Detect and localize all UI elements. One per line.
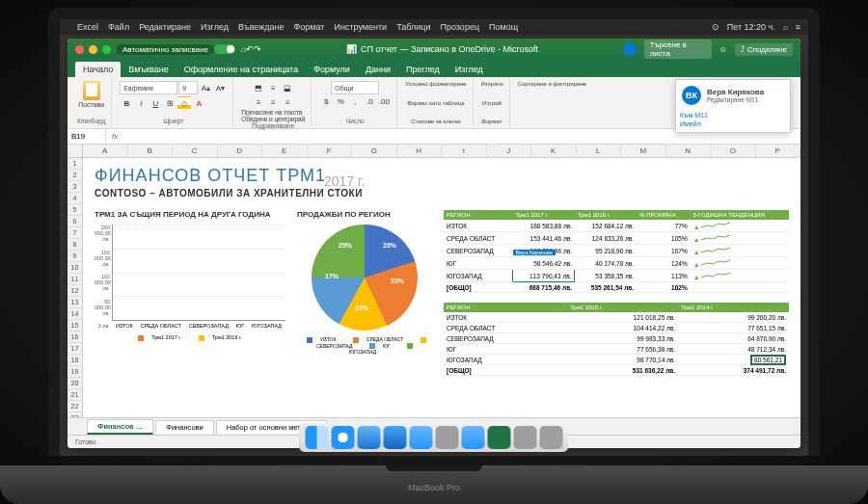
paste-button[interactable]: Постави xyxy=(78,81,104,108)
tab-review[interactable]: Преглед xyxy=(398,62,448,77)
col-l[interactable]: L xyxy=(577,145,622,157)
align-left[interactable]: ≡ xyxy=(252,95,265,109)
dock-app-icon[interactable] xyxy=(436,426,459,449)
row-header[interactable]: 14 xyxy=(68,308,82,320)
col-c[interactable]: C xyxy=(173,145,218,157)
font-name-select[interactable]: Евфемия xyxy=(120,81,177,94)
sheet-tab-1[interactable]: Финансов … xyxy=(87,419,153,435)
align-center[interactable]: ≡ xyxy=(266,95,280,109)
avatar-mini[interactable] xyxy=(623,42,637,56)
bold-button[interactable]: B xyxy=(120,96,133,110)
menu-edit[interactable]: Редактиране xyxy=(139,22,191,32)
row-header[interactable]: 15 xyxy=(68,320,82,332)
comma-button[interactable]: , xyxy=(348,94,362,108)
tab-view[interactable]: Изглед xyxy=(448,62,491,77)
tab-home[interactable]: Начало xyxy=(75,62,121,77)
row-header[interactable]: 17 xyxy=(68,343,82,355)
region-table-1[interactable]: РЕГИОНТрм1 2017 г.Трм1 2016 г.% ПРОМЯНА5… xyxy=(444,210,789,293)
row-header[interactable]: 5 xyxy=(68,204,82,216)
dock-app-icon[interactable] xyxy=(514,426,537,449)
row-header[interactable]: 10 xyxy=(68,262,82,274)
menu-tools[interactable]: Инструменти xyxy=(334,22,387,32)
sheet-content[interactable]: ФИНАНСОВ ОТЧЕТ ТРМ1 2017 г. CONTOSO – АВ… xyxy=(83,158,800,417)
col-g[interactable]: G xyxy=(352,145,397,157)
increase-decimal[interactable]: .0 xyxy=(363,94,376,108)
maximize-button[interactable] xyxy=(102,45,111,54)
close-button[interactable] xyxy=(75,45,84,54)
sort-filter-button[interactable]: Сортиране и филтриране xyxy=(518,81,587,87)
share-button[interactable]: ⤴Споделяне xyxy=(735,43,793,56)
name-box[interactable]: B19 xyxy=(68,129,106,144)
row-header[interactable]: 12 xyxy=(68,285,82,297)
align-top[interactable]: ⬒ xyxy=(252,81,265,94)
goto-cell-link[interactable]: Към М11 xyxy=(680,111,786,119)
undo-icon[interactable]: ↶ xyxy=(246,44,254,54)
col-i[interactable]: I xyxy=(442,145,487,157)
row-header[interactable]: 18 xyxy=(68,355,82,366)
table-row[interactable]: ИЗТОК121 018,25 лв.99 200,20 лв. xyxy=(444,312,789,323)
delete-cells-button[interactable]: Изтрий xyxy=(482,100,502,106)
align-middle[interactable]: ≡ xyxy=(266,81,280,94)
table-row[interactable]: ЮГОЗАПАД113 790,43 лв.53 358,35 лв.113%▲ xyxy=(444,270,789,282)
sheet-tab-2[interactable]: Финансови xyxy=(155,420,214,434)
minimize-button[interactable] xyxy=(89,45,97,54)
table-row[interactable]: ИЗТОК180 583,88 лв.152 684,12 лв.77%▲ xyxy=(444,220,789,232)
table-row[interactable]: ЮГВера Кирякова58 546,42 лв.40 174,78 лв… xyxy=(444,257,789,270)
mac-menubar[interactable]: Excel Файл Редактиране Изглед Въвеждане … xyxy=(60,19,808,35)
menu-insert[interactable]: Въвеждане xyxy=(238,22,284,32)
wifi-icon[interactable]: ⊙ xyxy=(712,22,719,32)
number-format-select[interactable]: Общи xyxy=(331,81,379,94)
sheet-area[interactable]: 1234567891011121314151617181920212223242… xyxy=(68,158,800,417)
merge-button[interactable]: Обедини и центрирай xyxy=(241,116,305,122)
border-button[interactable]: ⊞ xyxy=(163,96,176,110)
table-row[interactable]: СРЕДА ОБЛАСТ104 414,22 лв.77 651,15 лв. xyxy=(444,323,789,333)
table-row[interactable]: СЕВЕРОЗАПАД99 983,33 лв.64 876,90 лв. xyxy=(444,333,789,344)
tab-page-layout[interactable]: Оформление на страницата xyxy=(176,62,306,77)
tab-insert[interactable]: Вмъкване xyxy=(121,62,176,77)
row-header[interactable]: 21 xyxy=(68,389,82,401)
menu-help[interactable]: Помощ xyxy=(489,22,518,32)
fill-color-button[interactable]: ◇ xyxy=(177,96,191,110)
table-row[interactable]: СЕВЕРОЗАПАД112 352,96 лв.95 218,90 лв.10… xyxy=(444,245,789,257)
decrease-decimal[interactable]: .00 xyxy=(377,94,391,108)
row-header[interactable]: 22 xyxy=(68,401,82,412)
col-p[interactable]: P xyxy=(756,145,801,157)
menu-icon[interactable]: ≡ xyxy=(796,22,800,32)
email-link[interactable]: Имейл xyxy=(680,119,786,128)
row-header[interactable]: 16 xyxy=(68,332,82,343)
menu-tables[interactable]: Таблици xyxy=(396,22,430,32)
format-table-button[interactable]: Формат като таблица xyxy=(407,100,464,106)
dock-app-icon[interactable] xyxy=(410,426,433,449)
dock-excel-icon[interactable] xyxy=(488,426,511,449)
row-header[interactable]: 9 xyxy=(68,251,82,262)
dock-safari-icon[interactable] xyxy=(332,426,355,449)
currency-button[interactable]: $ xyxy=(319,94,333,108)
format-cells-button[interactable]: Формат xyxy=(481,119,502,124)
col-d[interactable]: D xyxy=(218,145,263,157)
row-header[interactable]: 19 xyxy=(68,366,82,378)
underline-button[interactable]: U xyxy=(149,96,162,110)
row-header[interactable]: 3 xyxy=(68,181,82,193)
row-header[interactable]: 6 xyxy=(68,216,82,227)
font-color-button[interactable]: A xyxy=(192,96,205,110)
wrap-text-button[interactable]: Пренасяне на текста xyxy=(241,109,305,116)
insert-cells-button[interactable]: Изпрати xyxy=(481,81,503,87)
row-header[interactable]: 23 xyxy=(68,412,82,417)
col-e[interactable]: E xyxy=(262,145,308,157)
row-header[interactable]: 4 xyxy=(68,193,82,204)
select-all-corner[interactable] xyxy=(68,145,83,157)
col-n[interactable]: N xyxy=(666,145,712,157)
col-f[interactable]: F xyxy=(308,145,353,157)
col-m[interactable]: M xyxy=(621,145,666,157)
row-header[interactable]: 2 xyxy=(68,170,82,181)
col-a[interactable]: A xyxy=(83,145,128,157)
col-b[interactable]: B xyxy=(128,145,174,157)
fx-icon[interactable]: fx xyxy=(106,132,123,141)
table-row[interactable]: СРЕДА ОБЛАСТ153 441,46 лв.124 833,26 лв.… xyxy=(444,232,789,245)
clock[interactable]: Пет 12:20 ч. xyxy=(727,22,775,32)
percent-button[interactable]: % xyxy=(334,94,347,108)
menu-excel[interactable]: Excel xyxy=(77,22,98,32)
row-header[interactable]: 1 xyxy=(68,158,82,170)
col-j[interactable]: J xyxy=(487,145,532,157)
tab-data[interactable]: Данни xyxy=(358,62,398,77)
